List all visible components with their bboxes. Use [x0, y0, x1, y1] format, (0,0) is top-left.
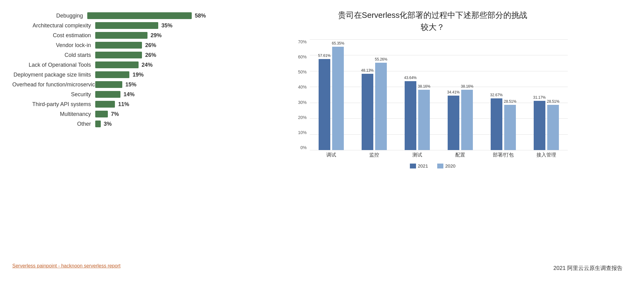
- legend-item-2020: 2020: [437, 163, 455, 168]
- x-axis: 调试监控测试配置部署/打包接入管理: [310, 152, 568, 158]
- bar-2020: [504, 105, 516, 150]
- bar-wrap-2021: 43.64%: [404, 39, 417, 150]
- y-axis-label: 0%: [294, 145, 307, 150]
- bar-row: Third-party API systems11%: [12, 101, 206, 108]
- x-axis-label: 测试: [396, 152, 439, 158]
- y-axis-label: 50%: [294, 69, 307, 74]
- bar-label-2021: 43.64%: [404, 76, 417, 80]
- bar-2021: [534, 101, 545, 150]
- bar-fill: [95, 52, 142, 58]
- bar-label: Lack of Operational Tools: [12, 62, 95, 68]
- bar-container: 29%: [95, 32, 206, 39]
- horizontal-bar-chart: Debugging58%Architectural complexity35%C…: [12, 12, 206, 130]
- bar-fill: [95, 121, 101, 127]
- bar-2020: [461, 90, 473, 150]
- bar-container: 35%: [95, 22, 206, 29]
- bar-2021: [448, 96, 459, 150]
- bar-label-2021: 32.67%: [490, 93, 503, 97]
- bar-label-2020: 28.51%: [547, 99, 560, 104]
- gridline: [310, 150, 568, 150]
- legend-label-2021: 2021: [418, 163, 428, 168]
- bar-group: 48.13%55.26%: [353, 39, 396, 150]
- bar-wrap-2020: 55.26%: [375, 39, 387, 150]
- bar-value: 35%: [161, 22, 172, 29]
- bar-value: 29%: [151, 32, 162, 39]
- bar-row: Lack of Operational Tools24%: [12, 61, 206, 68]
- bar-value: 58%: [195, 13, 206, 19]
- chart-area: 57.61%65.35%48.13%55.26%43.64%38.16%34.4…: [310, 39, 568, 150]
- bar-container: 26%: [95, 52, 206, 58]
- x-axis-label: 调试: [310, 152, 353, 158]
- bar-label-2020: 65.35%: [332, 41, 344, 46]
- bar-fill: [95, 101, 115, 108]
- right-footer: 2021 阿里云云原生调查报告: [234, 264, 632, 272]
- bar-2020: [332, 47, 344, 150]
- bar-label: Security: [12, 91, 95, 98]
- bar-label-2021: 34.41%: [447, 90, 460, 94]
- right-panel: 贵司在Serverless化部署的过程中下述那些部分的挑战 较大？ 0%10%2…: [215, 0, 644, 281]
- y-axis-label: 10%: [294, 130, 307, 135]
- legend-box-2021: [410, 164, 416, 168]
- bar-fill: [95, 91, 120, 98]
- bar-value: 26%: [145, 42, 156, 49]
- bar-fill: [95, 61, 139, 68]
- bar-container: 3%: [95, 121, 206, 127]
- bar-group: 57.61%65.35%: [310, 39, 353, 150]
- bar-2020: [547, 105, 559, 150]
- bar-row: Debugging58%: [12, 12, 206, 19]
- bar-value: 3%: [104, 121, 112, 127]
- bar-label-2020: 55.26%: [375, 57, 387, 61]
- bar-label-2021: 57.61%: [318, 53, 331, 58]
- y-axis-label: 70%: [294, 39, 307, 44]
- bar-group: 31.17%28.51%: [525, 39, 568, 150]
- bar-2020: [418, 90, 430, 150]
- bar-wrap-2020: 38.16%: [461, 39, 473, 150]
- bar-2021: [405, 81, 416, 150]
- bar-row: Overhead for function/microservice calls…: [12, 81, 206, 88]
- bar-wrap-2020: 28.51%: [504, 39, 516, 150]
- bar-label-2020: 38.16%: [461, 84, 473, 89]
- bar-label-2021: 31.17%: [533, 95, 546, 100]
- bar-label-2020: 28.51%: [504, 99, 516, 104]
- bar-label: Deployment package size limits: [12, 72, 95, 78]
- bar-label: Multitenancy: [12, 111, 95, 117]
- bar-value: 11%: [118, 101, 129, 108]
- bar-row: Architectural complexity35%: [12, 22, 206, 29]
- x-axis-label: 配置: [439, 152, 482, 158]
- bar-wrap-2021: 31.17%: [533, 39, 546, 150]
- legend-item-2021: 2021: [410, 163, 428, 168]
- bar-wrap-2020: 28.51%: [547, 39, 560, 150]
- grouped-bar-chart: 0%10%20%30%40%50%60%70% 57.61%65.35%48.1…: [294, 39, 571, 168]
- bar-wrap-2021: 48.13%: [361, 39, 374, 150]
- bar-wrap-2021: 57.61%: [318, 39, 331, 150]
- bar-label: Architectural complexity: [12, 22, 95, 29]
- bar-value: 26%: [145, 52, 156, 58]
- x-axis-label: 接入管理: [525, 152, 568, 158]
- bar-container: 19%: [95, 71, 206, 78]
- bar-2021: [319, 59, 330, 150]
- bar-group: 43.64%38.16%: [396, 39, 439, 150]
- bar-container: 11%: [95, 101, 206, 108]
- source-link[interactable]: Serverless painpoint - hacknoon serverle…: [12, 263, 120, 268]
- bar-fill: [95, 71, 129, 78]
- bar-container: 24%: [95, 61, 206, 68]
- bar-label-2021: 48.13%: [361, 68, 374, 73]
- bar-label-2020: 38.16%: [418, 84, 430, 89]
- bar-row: Other3%: [12, 121, 206, 127]
- bar-container: 14%: [95, 91, 206, 98]
- bar-fill: [95, 42, 142, 49]
- bar-row: Deployment package size limits19%: [12, 71, 206, 78]
- bar-group: 34.41%38.16%: [439, 39, 482, 150]
- bar-fill: [95, 111, 108, 117]
- y-axis-label: 60%: [294, 54, 307, 59]
- legend-label-2020: 2020: [445, 163, 455, 168]
- legend-box-2020: [437, 164, 443, 168]
- bar-container: 7%: [95, 111, 206, 117]
- bar-fill: [95, 22, 158, 29]
- bar-wrap-2020: 65.35%: [332, 39, 344, 150]
- left-panel: Debugging58%Architectural complexity35%C…: [0, 0, 215, 281]
- bar-2021: [491, 98, 502, 150]
- bar-value: 7%: [111, 111, 119, 117]
- bar-row: Vendor lock-in26%: [12, 42, 206, 49]
- bar-label: Debugging: [12, 13, 87, 19]
